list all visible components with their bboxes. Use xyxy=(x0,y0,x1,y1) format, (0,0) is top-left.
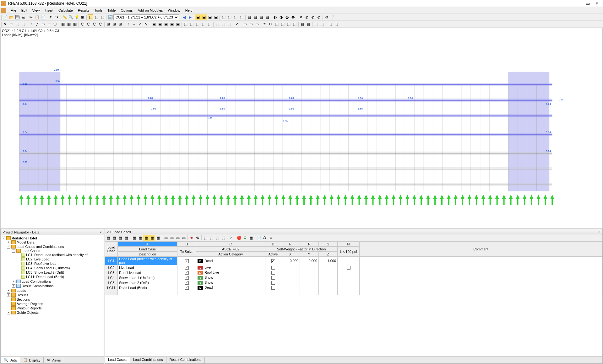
tb2-70[interactable]: ⬚ xyxy=(313,21,319,27)
table-row[interactable]: LC3Roof Live loadLrRoof Live xyxy=(105,270,602,275)
menu-table[interactable]: Table xyxy=(105,8,118,13)
tb2-60[interactable]: ▦ xyxy=(300,21,305,27)
table-row[interactable]: LC5Snow Load 2 (Drift)SSnow xyxy=(105,280,602,285)
tpt-8[interactable]: ▦ xyxy=(149,235,155,241)
tpt-9[interactable]: ▦ xyxy=(155,235,161,241)
tb2-71[interactable]: ⬚ xyxy=(319,21,325,27)
tb2-43[interactable]: ▭ xyxy=(254,21,260,27)
tb-next[interactable]: ▶ xyxy=(187,14,193,20)
tb-copy[interactable]: 📋 xyxy=(34,14,40,20)
tb-o4[interactable]: ◓ xyxy=(290,14,296,20)
tb2-40[interactable]: ✓ xyxy=(234,21,240,27)
tb-search[interactable]: 🔍 xyxy=(68,14,73,20)
tb2-cursor[interactable]: ⬉ xyxy=(3,21,8,27)
viewport[interactable]: CO21 : 1.2*LC1 + 1.6*LC2 + 0.5*LC3 Loads… xyxy=(0,28,603,229)
tb2-7[interactable]: ▭ xyxy=(40,21,46,27)
tb-paste[interactable]: 📄 xyxy=(40,14,46,20)
col-active[interactable]: Active xyxy=(265,252,281,257)
tb-prev[interactable]: ◀ xyxy=(181,14,187,20)
tb2-22[interactable]: ⤢ xyxy=(137,21,143,27)
tp-tab-rc[interactable]: Result Combinations xyxy=(166,357,205,363)
tb2-50[interactable]: ⟲ xyxy=(262,21,268,27)
tb2-19[interactable]: ⊞ xyxy=(117,21,123,27)
tb2-13[interactable]: ⬡ xyxy=(80,21,85,27)
tb-open[interactable]: 📂 xyxy=(8,14,14,20)
tb2-24[interactable]: ▣ xyxy=(151,21,157,27)
col-G[interactable]: G xyxy=(319,242,338,247)
table-row[interactable]: LC1Dead Load (defined with density of pa… xyxy=(105,257,602,265)
tpt-14[interactable]: ★ xyxy=(189,235,194,241)
tb2-31[interactable]: ⬚ xyxy=(195,21,200,27)
nav-tab-views[interactable]: 👁Views xyxy=(44,357,64,363)
minimize-button[interactable]: — xyxy=(573,0,583,7)
tb-n4[interactable]: ▦ xyxy=(264,14,270,20)
tpt-18[interactable]: ⬚ xyxy=(215,235,220,241)
tpt-7[interactable]: ▦ xyxy=(143,235,149,241)
tb-o2[interactable]: ◑ xyxy=(278,14,284,20)
tb-r4[interactable]: ▣ xyxy=(213,14,219,20)
tb2-12[interactable]: ▦ xyxy=(72,21,78,27)
col-A[interactable]: A xyxy=(118,242,177,247)
menu-window[interactable]: Window xyxy=(166,8,183,13)
nav-tab-data[interactable]: 🔍Data xyxy=(1,357,20,363)
tb2-81[interactable]: ⬚ xyxy=(333,21,339,27)
maximize-button[interactable]: ▭ xyxy=(583,0,592,7)
tb-r1[interactable]: ▣ xyxy=(195,14,201,20)
tb2-23[interactable]: ⤡ xyxy=(143,21,149,27)
tpt-15[interactable]: ⟲ xyxy=(195,235,200,241)
tb-o1[interactable]: ◐ xyxy=(272,14,278,20)
tpt-10[interactable]: ▭ xyxy=(163,235,169,241)
tb2-25[interactable]: ▣ xyxy=(157,21,163,27)
tb2-20[interactable]: ↕ xyxy=(125,21,131,27)
load-cases-table[interactable]: Load Case A B C D E F G H Comment xyxy=(105,241,602,295)
tpt-6[interactable]: ▦ xyxy=(137,235,143,241)
tp-tab-lc[interactable]: Load Cases xyxy=(105,357,130,363)
tb-panel1[interactable]: ▢ xyxy=(88,14,93,20)
tpt-11[interactable]: ▭ xyxy=(169,235,175,241)
tb2-26[interactable]: ▣ xyxy=(163,21,169,27)
col-x[interactable]: X xyxy=(281,252,300,257)
navigator-tree[interactable]: −Redstone Hotel +Model Data −Load Cases … xyxy=(1,235,104,356)
tb2-2[interactable]: ▭ xyxy=(8,21,14,27)
tb-m1[interactable]: ⬚ xyxy=(221,14,226,20)
tb2-10[interactable]: ▦ xyxy=(60,21,66,27)
tb2-51[interactable]: ⟳ xyxy=(268,21,274,27)
menu-calculate[interactable]: Calculate xyxy=(56,8,75,13)
tb2-61[interactable]: ▦ xyxy=(306,21,311,27)
tb-refresh[interactable]: 🔄 xyxy=(107,14,113,20)
tb2-4[interactable]: ⬚ xyxy=(20,21,26,27)
col-D[interactable]: D xyxy=(265,242,281,247)
tb-gear[interactable]: ⚙ xyxy=(324,14,329,20)
col-E[interactable]: E xyxy=(281,242,300,247)
tb2-34[interactable]: ⬚ xyxy=(215,21,220,27)
tb2-14[interactable]: ⬡ xyxy=(86,21,91,27)
tb-cut[interactable]: ✂ xyxy=(28,14,34,20)
tpt-12[interactable]: ▭ xyxy=(175,235,181,241)
tb2-9[interactable]: ⬠ xyxy=(52,21,58,27)
tb2-18[interactable]: ⊞ xyxy=(111,21,117,27)
tb2-6[interactable]: ╱ xyxy=(34,21,40,27)
tb2-16[interactable]: ⬡ xyxy=(98,21,103,27)
tpt-1[interactable]: ▦ xyxy=(106,235,111,241)
tpt-23[interactable]: ▦ xyxy=(248,235,254,241)
tpt-2[interactable]: ▦ xyxy=(111,235,117,241)
tb2-8[interactable]: ▱ xyxy=(46,21,52,27)
col-comment[interactable]: Comment xyxy=(360,242,602,257)
tb-bulb[interactable]: 💡 xyxy=(74,14,79,20)
col-action[interactable]: Action Category xyxy=(196,252,265,257)
tb-n3[interactable]: ▦ xyxy=(258,14,264,20)
tb-panel2[interactable]: ▢ xyxy=(94,14,99,20)
menu-tools[interactable]: Tools xyxy=(92,8,105,13)
tb-redo[interactable]: ↷ xyxy=(54,14,60,20)
menu-edit[interactable]: Edit xyxy=(19,8,30,13)
tpt-3[interactable]: ▦ xyxy=(117,235,123,241)
col-y[interactable]: Y xyxy=(300,252,319,257)
tb2-21[interactable]: ↔ xyxy=(131,21,137,27)
tb2-42[interactable]: ▭ xyxy=(248,21,254,27)
tb-new[interactable]: 📄 xyxy=(3,14,8,20)
tb2-27[interactable]: ▣ xyxy=(169,21,175,27)
tpt-24[interactable]: 📄 xyxy=(256,235,262,241)
table-row[interactable]: LC2Live LoadLLive xyxy=(105,265,602,270)
col-desc[interactable]: Description xyxy=(118,252,177,257)
tpt-20[interactable]: ⌂ xyxy=(228,235,234,241)
